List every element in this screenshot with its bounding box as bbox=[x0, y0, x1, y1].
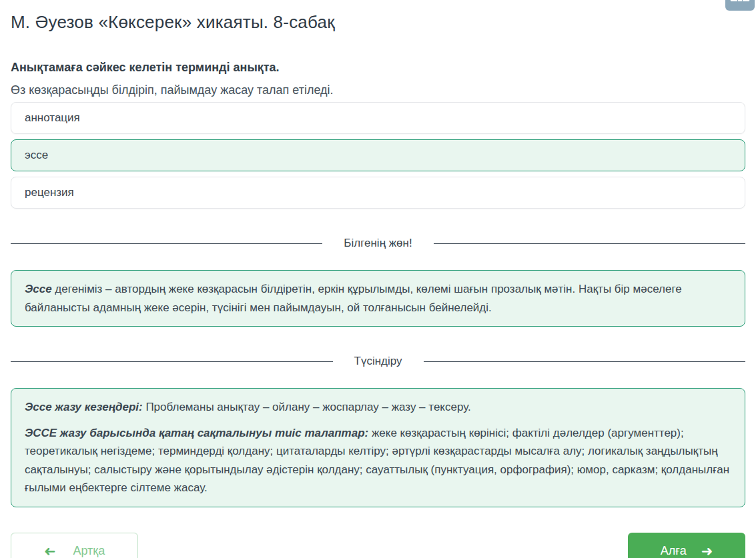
answer-option-annotation[interactable]: аннотация bbox=[11, 102, 745, 134]
explain-paragraph-stages: Эссе жазу кезеңдері: Проблеманы анықтау … bbox=[25, 398, 731, 417]
know-divider-label: Білгенің жөн! bbox=[322, 237, 433, 250]
explain-requirements-lead: ЭССЕ жазу барысында қатаң сақталынуы тиі… bbox=[25, 427, 368, 439]
explain-paragraph-requirements: ЭССЕ жазу барысында қатаң сақталынуы тиі… bbox=[25, 424, 731, 497]
answer-option-label: эссе bbox=[25, 149, 48, 162]
fullscreen-icon-part bbox=[743, 0, 751, 1]
explain-divider: Түсіндіру bbox=[11, 355, 745, 368]
question-definition: Өз көзқарасыңды білдіріп, пайымдау жасау… bbox=[11, 83, 745, 97]
answer-option-esse-selected[interactable]: эссе bbox=[11, 139, 745, 171]
divider-line bbox=[434, 243, 745, 244]
explain-info-box: Эссе жазу кезеңдері: Проблеманы анықтау … bbox=[11, 388, 745, 507]
fullscreen-icon-part bbox=[738, 0, 742, 1]
divider-line bbox=[11, 361, 333, 362]
answer-option-review[interactable]: рецензия bbox=[11, 177, 745, 209]
navigation-footer: ➜ Артқа Алға ➜ bbox=[11, 533, 745, 558]
arrow-right-icon: ➜ bbox=[701, 544, 713, 558]
arrow-left-icon: ➜ bbox=[44, 544, 56, 558]
know-text-body: дегеніміз – автордың жеке көзқарасын біл… bbox=[25, 283, 682, 314]
back-button[interactable]: ➜ Артқа bbox=[11, 533, 138, 558]
next-button-label: Алға bbox=[661, 544, 687, 558]
page-title: М. Әуезов «Көксерек» хикаяты. 8-сабақ bbox=[11, 12, 745, 33]
know-divider: Білгенің жөн! bbox=[11, 237, 745, 250]
next-button[interactable]: Алға ➜ bbox=[628, 533, 745, 558]
fullscreen-icon[interactable] bbox=[725, 0, 755, 11]
know-text: Эссе дегеніміз – автордың жеке көзқарасы… bbox=[25, 280, 731, 317]
divider-line bbox=[424, 361, 746, 362]
explain-stages-body: Проблеманы анықтау – ойлану – жоспарлау … bbox=[143, 401, 471, 413]
divider-line bbox=[11, 243, 322, 244]
know-info-box: Эссе дегеніміз – автордың жеке көзқарасы… bbox=[11, 270, 745, 327]
answer-option-label: аннотация bbox=[25, 111, 80, 125]
lesson-page: М. Әуезов «Көксерек» хикаяты. 8-сабақ Ан… bbox=[0, 0, 756, 558]
answer-options: аннотация эссе рецензия bbox=[11, 102, 745, 209]
fullscreen-icon-part bbox=[729, 0, 738, 1]
answer-option-label: рецензия bbox=[25, 186, 74, 199]
question-prompt: Анықтамаға сәйкес келетін терминді анықт… bbox=[11, 61, 745, 75]
back-button-label: Артқа bbox=[73, 544, 105, 558]
question-block: Анықтамаға сәйкес келетін терминді анықт… bbox=[11, 61, 745, 97]
explain-divider-label: Түсіндіру bbox=[333, 355, 424, 368]
know-text-lead: Эссе bbox=[25, 283, 52, 295]
explain-stages-lead: Эссе жазу кезеңдері: bbox=[25, 401, 143, 413]
